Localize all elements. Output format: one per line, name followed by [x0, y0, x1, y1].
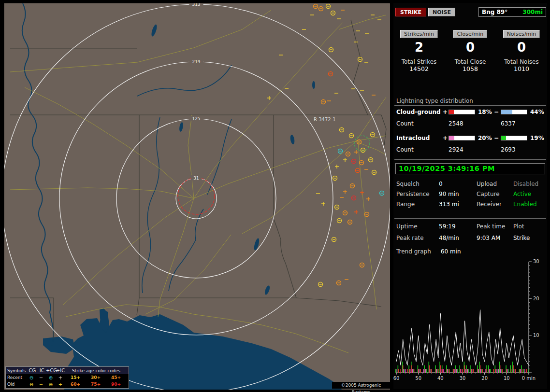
legend-symbol-icon: ⊕	[46, 375, 56, 380]
range-value: 313 mi	[439, 201, 477, 208]
trend-series-magenta-component	[410, 369, 411, 373]
datetime-display: 10/19/2025 3:49:16 PM	[395, 163, 545, 174]
trend-series-magenta-component	[425, 369, 426, 373]
strikes-per-min-value: 2	[415, 38, 423, 56]
ring-label: 125	[192, 116, 200, 121]
trend-series-magenta-component	[456, 369, 457, 373]
legend-symbol-icon: −	[36, 382, 46, 387]
copyright: ©2005 Astrogenic Systems	[332, 382, 390, 389]
legend-age-code: 30+	[86, 375, 106, 380]
receiver-label: Receiver	[477, 201, 513, 208]
close-per-min-button[interactable]: Close/min	[453, 30, 487, 38]
bearing-range-display: Bng 89° 300mi	[478, 7, 546, 17]
trend-series-red-component	[473, 369, 474, 373]
uptime-label: Uptime	[396, 223, 439, 230]
trend-series-red-component	[400, 369, 401, 373]
ring-label: 313	[192, 3, 200, 7]
map-canvas[interactable]: R-3472-131321912531	[4, 3, 390, 390]
trend-series-red-component	[486, 369, 487, 373]
plus-sign: +	[443, 135, 449, 141]
legend-row-label: Recent	[7, 375, 27, 380]
trend-series-green-component	[395, 369, 396, 373]
trend-series-red-component	[449, 369, 450, 373]
legend-age-code: 75+	[86, 382, 106, 387]
legend-age-title: Strike age color codes	[65, 368, 127, 373]
settings-grid: Squelch 0 Upload Disabled Persistence 90…	[396, 181, 544, 208]
x-tick-label: 30	[460, 376, 466, 381]
receiver-status: Enabled	[513, 201, 544, 208]
x-tick-label: 40	[437, 376, 444, 381]
legend-symbol-icon: +	[56, 382, 65, 387]
legend-row: Recent⊖−⊕+15+30+45+	[6, 374, 129, 381]
x-tick-label: 0 min	[522, 376, 536, 381]
total-strikes-value: 14502	[409, 65, 429, 74]
lightning-map[interactable]: R-3472-131321912531 Symbols-CG-IC+CG+ICS…	[4, 3, 390, 389]
trend-series-magenta-component	[478, 369, 479, 373]
ic-minus-bar	[501, 136, 527, 140]
trend-series-magenta-component	[443, 369, 444, 373]
ic-plus-bar	[449, 136, 475, 140]
trend-series-magenta-component	[489, 369, 490, 373]
legend-symbol-icon: −	[36, 375, 46, 380]
control-panel: STRIKE NOISE Bng 89° 300mi Strikes/min C…	[393, 3, 547, 389]
trend-series-magenta-component	[403, 369, 404, 373]
range-value: 300mi	[522, 9, 543, 15]
trend-series-red-component	[431, 369, 432, 373]
y-tick-label: 30	[533, 259, 539, 264]
persistence-value: 90 min	[439, 191, 477, 197]
strike-button[interactable]: STRIKE	[395, 8, 426, 16]
cg-plus-pct: 18%	[477, 109, 494, 115]
trend-series-magenta-component	[454, 369, 455, 373]
legend-type-col: +CG	[46, 368, 56, 373]
trend-series-red-component	[482, 369, 483, 373]
trend-series-magenta-component	[436, 369, 437, 373]
total-close-label: Total Close	[455, 56, 486, 65]
legend-age-code: 60+	[65, 382, 86, 387]
trend-series-magenta-component	[423, 369, 424, 373]
upload-label: Upload	[477, 181, 513, 187]
capture-status: Active	[513, 191, 544, 197]
trend-series-red-component	[398, 369, 399, 373]
legend-row-label: Old	[7, 382, 27, 387]
strikes-per-min-button[interactable]: Strikes/min	[400, 30, 438, 38]
storm-cell-label: R-3472-1	[314, 117, 336, 122]
trend-series-green-component	[523, 369, 524, 373]
trend-series-magenta-component	[513, 369, 514, 373]
close-per-min-value: 0	[466, 38, 475, 56]
noises-per-min-button[interactable]: Noises/min	[503, 30, 540, 38]
trend-series-red-component	[522, 369, 523, 373]
legend-age-code: 15+	[65, 375, 86, 380]
trend-series-red-component	[407, 369, 408, 373]
trend-series-magenta-component	[461, 369, 462, 373]
trend-series-magenta-component	[485, 369, 486, 373]
legend-header: Symbols-CG-IC+CG+ICStrike age color code…	[6, 367, 129, 374]
intracloud-row: Intracloud + 20% − 19%	[396, 134, 546, 141]
distribution-title: Lightning type distribution	[396, 98, 473, 104]
peak-time-value: 9:03 AM	[477, 235, 513, 241]
legend-type-col: -CG	[27, 368, 36, 373]
range-label: Range	[396, 201, 439, 208]
trend-series-red-component	[526, 369, 527, 373]
trend-series-magenta-component	[507, 369, 508, 373]
trend-series-red-component	[493, 369, 494, 373]
trend-span-value: 60 min	[441, 248, 461, 255]
x-tick-label: 50	[415, 376, 421, 381]
trend-series-red-component	[420, 369, 421, 373]
trend-series-magenta-component	[465, 369, 466, 373]
trend-series-red-component	[515, 369, 516, 373]
trend-series-magenta-component	[405, 369, 406, 373]
capture-label: Capture	[477, 191, 513, 197]
plot-label: Plot	[513, 223, 544, 230]
upload-status: Disabled	[513, 181, 544, 187]
divider	[394, 159, 546, 160]
legend-age-code: 90+	[106, 382, 126, 387]
count-label: Count	[396, 120, 443, 127]
trend-series-magenta-component	[472, 369, 473, 373]
x-tick-label: 10	[504, 376, 510, 381]
minus-sign: −	[494, 135, 501, 141]
trend-series-magenta-component	[480, 369, 481, 373]
total-noises-value: 1010	[514, 65, 529, 74]
ic-minus-count: 2693	[501, 146, 529, 153]
legend-symbol-icon: ⊖	[27, 375, 36, 380]
noise-button[interactable]: NOISE	[428, 8, 455, 16]
